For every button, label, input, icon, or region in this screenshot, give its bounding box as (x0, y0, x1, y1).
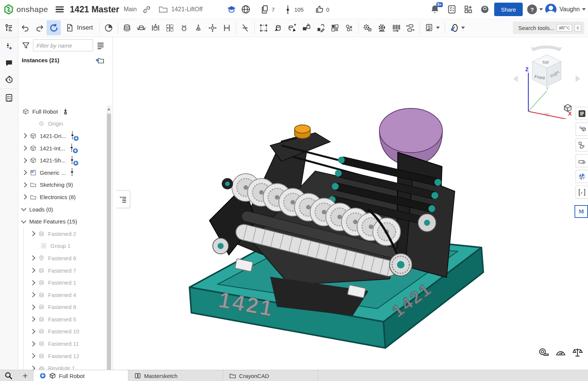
expand-chevron-icon[interactable] (22, 170, 27, 175)
tree-item-group-1[interactable]: Group 1 (18, 240, 113, 252)
onshape-logo-icon[interactable] (3, 4, 14, 15)
document-title[interactable]: 1421 Master (70, 4, 119, 15)
revolute-mate-tool[interactable] (134, 20, 149, 35)
expand-chevron-icon[interactable] (22, 194, 27, 200)
display-states-dropdown[interactable] (422, 20, 443, 35)
expand-chevron-icon[interactable] (30, 366, 35, 370)
parts-panel-button[interactable] (576, 138, 588, 152)
assembly-viewport[interactable]: 1421 1421 (113, 37, 588, 370)
add-subassembly-icon[interactable] (95, 56, 104, 64)
expand-chevron-icon[interactable] (22, 133, 27, 138)
parallel-mate-tool[interactable] (220, 20, 234, 35)
edit-in-place-tool[interactable] (314, 20, 328, 35)
expand-chevron-icon[interactable] (30, 304, 35, 310)
globe-icon[interactable] (241, 4, 251, 14)
tree-item-1421-sh[interactable]: 1421-Sh... (18, 154, 113, 166)
hamburger-menu-icon[interactable] (56, 6, 64, 12)
bom-panel-button[interactable] (576, 107, 588, 120)
expand-chevron-icon[interactable] (22, 146, 27, 151)
create-version-icon[interactable] (0, 38, 18, 55)
collapse-chevron-icon[interactable] (21, 218, 26, 224)
rotate-view-tool[interactable] (47, 20, 61, 35)
expand-chevron-icon[interactable] (30, 280, 35, 285)
tree-item-full-robot[interactable]: Full Robot (18, 105, 113, 118)
expand-chevron-icon[interactable] (30, 353, 35, 358)
tree-item-sketching[interactable]: Sketching (9) (18, 179, 113, 191)
expand-chevron-icon[interactable] (30, 316, 35, 322)
comments-panel-icon[interactable] (0, 55, 18, 71)
project-name[interactable]: 1421-LiftOff (171, 6, 202, 13)
history-panel-icon[interactable] (0, 71, 18, 88)
expand-chevron-icon[interactable] (30, 255, 35, 261)
appearance-tool[interactable] (342, 20, 356, 35)
tree-item-fastened-1[interactable]: Fastened 1 (18, 276, 113, 289)
slider-mate-tool[interactable] (149, 20, 163, 35)
scrollbar-thumb[interactable] (107, 114, 111, 370)
tree-item-fastened-7[interactable]: Fastened 7 (18, 264, 113, 277)
tape-measure-icon[interactable] (538, 347, 549, 358)
cylindrical-mate-tool[interactable] (206, 20, 220, 35)
ball-mate-tool[interactable] (177, 20, 191, 35)
rack-pinion-relation-tool[interactable] (389, 20, 403, 35)
instance-list-panel-icon[interactable] (0, 19, 18, 36)
user-menu-caret-icon[interactable] (582, 8, 586, 10)
pattern-tool[interactable] (328, 20, 342, 35)
tab-mastersketch[interactable]: Mastersketch (128, 370, 223, 381)
expand-chevron-icon[interactable] (30, 329, 35, 334)
tree-item-generic[interactable]: Generic ... (18, 166, 113, 179)
insert-context-tool[interactable] (299, 20, 314, 35)
project-folder-icon[interactable] (158, 4, 168, 14)
planar-mate-tool[interactable] (163, 20, 177, 35)
replicate-tool[interactable] (285, 20, 299, 35)
share-button[interactable]: Share (494, 3, 523, 16)
app-pinwheel-button[interactable] (576, 170, 588, 183)
pin-slot-mate-tool[interactable] (191, 20, 206, 35)
slot-panel-button[interactable] (576, 154, 588, 167)
section-analysis-dropdown[interactable] (447, 20, 468, 35)
exploded-view-tool[interactable] (403, 20, 418, 35)
insert-button[interactable]: Insert (61, 20, 98, 35)
tasks-panel-icon[interactable] (0, 90, 18, 106)
mass-properties-icon[interactable] (572, 347, 583, 358)
expand-chevron-icon[interactable] (30, 341, 35, 346)
tree-item-revolute-1[interactable]: Revolute 1 (18, 362, 113, 370)
add-tab-button[interactable]: + (17, 370, 33, 381)
fastened-mate-tool[interactable] (120, 20, 134, 35)
robot-model[interactable]: 1421 1421 (158, 97, 495, 363)
filter-input[interactable] (33, 39, 93, 51)
help-caret-icon[interactable] (539, 8, 543, 10)
tree-item-1421-int[interactable]: 1421-Int... (18, 142, 113, 154)
tree-item-electronics[interactable]: Electronics (8) (18, 191, 113, 203)
workspace-name[interactable]: Main (124, 6, 137, 13)
tree-item-loads[interactable]: Loads (0) (18, 203, 113, 216)
list-view-icon[interactable] (96, 41, 105, 50)
tree-item-fastened-6[interactable]: Fastened 6 (18, 252, 113, 264)
sprocket-relation-tool[interactable] (375, 20, 389, 35)
expand-chevron-icon[interactable] (30, 268, 35, 273)
tab-crayoncad[interactable]: CrayonCAD (223, 370, 318, 381)
expand-chevron-icon[interactable] (22, 182, 27, 188)
tree-item-fastened-5[interactable]: Fastened 5 (18, 313, 113, 326)
tree-item-mate-features[interactable]: Mate Features (15) (18, 215, 113, 228)
apps-grid-icon[interactable] (463, 4, 473, 14)
expand-chevron-icon[interactable] (30, 292, 35, 297)
ai-assistant-icon[interactable] (480, 4, 490, 14)
variables-panel-button[interactable]: x (576, 186, 588, 199)
learning-center-icon[interactable] (227, 4, 236, 14)
user-avatar[interactable] (545, 4, 556, 15)
notifications-bell-icon[interactable]: 9+ (430, 4, 440, 15)
redo-button[interactable] (32, 20, 47, 35)
mate-connector-tool[interactable] (271, 20, 285, 35)
versions-icon[interactable] (283, 4, 293, 14)
section-view-tool[interactable] (102, 20, 116, 35)
tree-item-fastened-8[interactable]: Fastened 8 (18, 301, 113, 314)
tree-item-fastened-4[interactable]: Fastened 4 (18, 289, 113, 301)
filter-icon[interactable] (22, 41, 30, 50)
branches-icon[interactable] (260, 4, 270, 14)
expand-chevron-icon[interactable] (30, 231, 35, 236)
tangent-mate-tool[interactable] (238, 20, 253, 35)
tree-item-fastened-11[interactable]: Fastened 11 (18, 338, 113, 350)
thumbs-up-icon[interactable] (315, 4, 325, 14)
group-tool[interactable] (257, 20, 271, 35)
tree-item-origin[interactable]: Origin (18, 118, 113, 130)
